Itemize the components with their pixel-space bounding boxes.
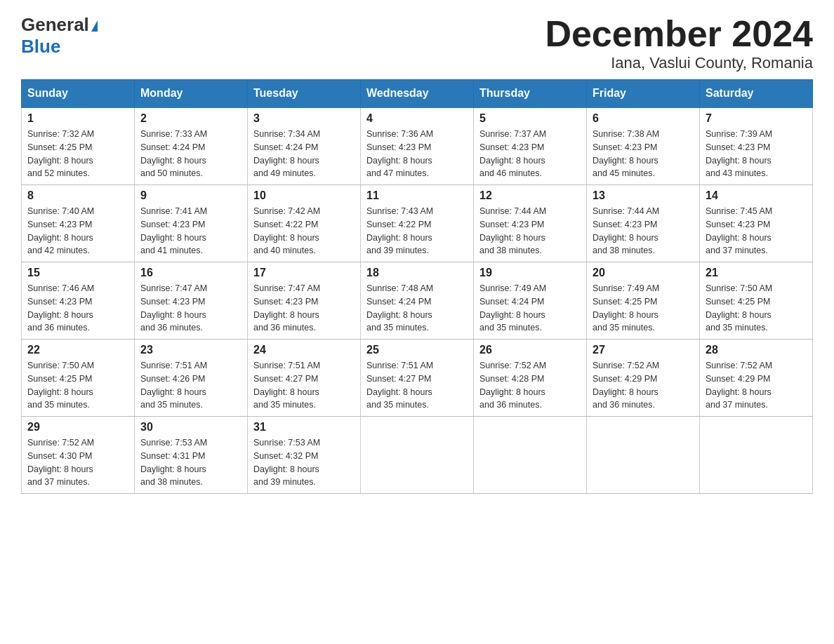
logo: General Blue xyxy=(21,14,98,58)
day-number: 16 xyxy=(140,267,241,279)
table-row: 1Sunrise: 7:32 AMSunset: 4:25 PMDaylight… xyxy=(22,107,135,185)
day-info: Sunrise: 7:49 AMSunset: 4:24 PMDaylight:… xyxy=(479,282,581,335)
col-header-saturday: Saturday xyxy=(700,80,813,108)
table-row: 5Sunrise: 7:37 AMSunset: 4:23 PMDaylight… xyxy=(474,107,587,185)
table-row: 24Sunrise: 7:51 AMSunset: 4:27 PMDayligh… xyxy=(248,340,361,417)
table-row: 18Sunrise: 7:48 AMSunset: 4:24 PMDayligh… xyxy=(361,262,474,340)
day-number: 4 xyxy=(366,112,468,125)
day-number: 18 xyxy=(366,267,468,279)
day-number: 24 xyxy=(253,344,355,356)
table-row: 31Sunrise: 7:53 AMSunset: 4:32 PMDayligh… xyxy=(248,417,361,494)
col-header-wednesday: Wednesday xyxy=(361,80,474,108)
page-header: General Blue December 2024 Iana, Vaslui … xyxy=(21,14,813,72)
day-info: Sunrise: 7:45 AMSunset: 4:23 PMDaylight:… xyxy=(706,205,807,257)
day-number: 10 xyxy=(253,189,355,202)
day-info: Sunrise: 7:52 AMSunset: 4:28 PMDaylight:… xyxy=(479,359,581,412)
calendar-week-3: 15Sunrise: 7:46 AMSunset: 4:23 PMDayligh… xyxy=(22,262,813,340)
col-header-monday: Monday xyxy=(135,80,248,108)
page-title: December 2024 xyxy=(545,14,813,54)
logo-line1: General xyxy=(21,14,98,36)
col-header-sunday: Sunday xyxy=(22,80,135,108)
day-number: 27 xyxy=(593,344,694,356)
day-info: Sunrise: 7:44 AMSunset: 4:23 PMDaylight:… xyxy=(479,205,581,257)
day-number: 17 xyxy=(253,267,355,279)
table-row: 4Sunrise: 7:36 AMSunset: 4:23 PMDaylight… xyxy=(361,107,474,185)
day-info: Sunrise: 7:53 AMSunset: 4:31 PMDaylight:… xyxy=(140,436,241,489)
day-info: Sunrise: 7:32 AMSunset: 4:25 PMDaylight:… xyxy=(27,128,128,180)
calendar-table: SundayMondayTuesdayWednesdayThursdayFrid… xyxy=(21,79,813,494)
day-number: 15 xyxy=(27,267,128,279)
day-info: Sunrise: 7:42 AMSunset: 4:22 PMDaylight:… xyxy=(253,205,355,257)
page-subtitle: Iana, Vaslui County, Romania xyxy=(545,54,813,72)
table-row xyxy=(700,417,813,494)
logo-line2: Blue xyxy=(21,36,60,58)
day-info: Sunrise: 7:52 AMSunset: 4:29 PMDaylight:… xyxy=(706,359,807,412)
day-number: 7 xyxy=(706,112,807,125)
day-number: 22 xyxy=(27,344,128,356)
day-info: Sunrise: 7:41 AMSunset: 4:23 PMDaylight:… xyxy=(140,205,241,257)
day-number: 23 xyxy=(140,344,241,356)
day-number: 6 xyxy=(593,112,694,125)
day-number: 30 xyxy=(140,421,241,434)
table-row: 30Sunrise: 7:53 AMSunset: 4:31 PMDayligh… xyxy=(135,417,248,494)
table-row xyxy=(474,417,587,494)
day-number: 9 xyxy=(140,189,241,202)
table-row: 3Sunrise: 7:34 AMSunset: 4:24 PMDaylight… xyxy=(248,107,361,185)
table-row: 11Sunrise: 7:43 AMSunset: 4:22 PMDayligh… xyxy=(361,185,474,262)
day-info: Sunrise: 7:43 AMSunset: 4:22 PMDaylight:… xyxy=(366,205,468,257)
day-info: Sunrise: 7:48 AMSunset: 4:24 PMDaylight:… xyxy=(366,282,468,335)
table-row: 9Sunrise: 7:41 AMSunset: 4:23 PMDaylight… xyxy=(135,185,248,262)
title-area: December 2024 Iana, Vaslui County, Roman… xyxy=(545,14,813,72)
table-row: 6Sunrise: 7:38 AMSunset: 4:23 PMDaylight… xyxy=(587,107,700,185)
day-number: 31 xyxy=(253,421,355,434)
day-info: Sunrise: 7:36 AMSunset: 4:23 PMDaylight:… xyxy=(366,128,468,180)
calendar-week-1: 1Sunrise: 7:32 AMSunset: 4:25 PMDaylight… xyxy=(22,107,813,185)
day-number: 28 xyxy=(706,344,807,356)
day-number: 20 xyxy=(593,267,694,279)
day-info: Sunrise: 7:38 AMSunset: 4:23 PMDaylight:… xyxy=(593,128,694,180)
calendar-week-2: 8Sunrise: 7:40 AMSunset: 4:23 PMDaylight… xyxy=(22,185,813,262)
day-number: 13 xyxy=(593,189,694,202)
calendar-header-row: SundayMondayTuesdayWednesdayThursdayFrid… xyxy=(22,80,813,108)
table-row: 17Sunrise: 7:47 AMSunset: 4:23 PMDayligh… xyxy=(248,262,361,340)
calendar-week-4: 22Sunrise: 7:50 AMSunset: 4:25 PMDayligh… xyxy=(22,340,813,417)
day-number: 29 xyxy=(27,421,128,434)
col-header-tuesday: Tuesday xyxy=(248,80,361,108)
day-number: 5 xyxy=(479,112,581,125)
day-number: 1 xyxy=(27,112,128,125)
col-header-thursday: Thursday xyxy=(474,80,587,108)
day-number: 19 xyxy=(479,267,581,279)
day-info: Sunrise: 7:39 AMSunset: 4:23 PMDaylight:… xyxy=(706,128,807,180)
day-info: Sunrise: 7:51 AMSunset: 4:27 PMDaylight:… xyxy=(366,359,468,412)
day-info: Sunrise: 7:49 AMSunset: 4:25 PMDaylight:… xyxy=(593,282,694,335)
table-row: 16Sunrise: 7:47 AMSunset: 4:23 PMDayligh… xyxy=(135,262,248,340)
day-info: Sunrise: 7:33 AMSunset: 4:24 PMDaylight:… xyxy=(140,128,241,180)
day-info: Sunrise: 7:50 AMSunset: 4:25 PMDaylight:… xyxy=(27,359,128,412)
day-info: Sunrise: 7:40 AMSunset: 4:23 PMDaylight:… xyxy=(27,205,128,257)
table-row: 14Sunrise: 7:45 AMSunset: 4:23 PMDayligh… xyxy=(700,185,813,262)
table-row: 8Sunrise: 7:40 AMSunset: 4:23 PMDaylight… xyxy=(22,185,135,262)
table-row: 23Sunrise: 7:51 AMSunset: 4:26 PMDayligh… xyxy=(135,340,248,417)
day-number: 8 xyxy=(27,189,128,202)
table-row: 13Sunrise: 7:44 AMSunset: 4:23 PMDayligh… xyxy=(587,185,700,262)
table-row: 7Sunrise: 7:39 AMSunset: 4:23 PMDaylight… xyxy=(700,107,813,185)
day-info: Sunrise: 7:51 AMSunset: 4:26 PMDaylight:… xyxy=(140,359,241,412)
table-row: 27Sunrise: 7:52 AMSunset: 4:29 PMDayligh… xyxy=(587,340,700,417)
table-row: 20Sunrise: 7:49 AMSunset: 4:25 PMDayligh… xyxy=(587,262,700,340)
day-number: 12 xyxy=(479,189,581,202)
table-row: 21Sunrise: 7:50 AMSunset: 4:25 PMDayligh… xyxy=(700,262,813,340)
day-info: Sunrise: 7:46 AMSunset: 4:23 PMDaylight:… xyxy=(27,282,128,335)
table-row xyxy=(361,417,474,494)
day-number: 11 xyxy=(366,189,468,202)
day-info: Sunrise: 7:50 AMSunset: 4:25 PMDaylight:… xyxy=(706,282,807,335)
table-row: 26Sunrise: 7:52 AMSunset: 4:28 PMDayligh… xyxy=(474,340,587,417)
table-row: 12Sunrise: 7:44 AMSunset: 4:23 PMDayligh… xyxy=(474,185,587,262)
day-info: Sunrise: 7:37 AMSunset: 4:23 PMDaylight:… xyxy=(479,128,581,180)
table-row: 15Sunrise: 7:46 AMSunset: 4:23 PMDayligh… xyxy=(22,262,135,340)
table-row: 2Sunrise: 7:33 AMSunset: 4:24 PMDaylight… xyxy=(135,107,248,185)
day-info: Sunrise: 7:52 AMSunset: 4:29 PMDaylight:… xyxy=(593,359,694,412)
col-header-friday: Friday xyxy=(587,80,700,108)
table-row: 22Sunrise: 7:50 AMSunset: 4:25 PMDayligh… xyxy=(22,340,135,417)
table-row: 25Sunrise: 7:51 AMSunset: 4:27 PMDayligh… xyxy=(361,340,474,417)
day-number: 14 xyxy=(706,189,807,202)
